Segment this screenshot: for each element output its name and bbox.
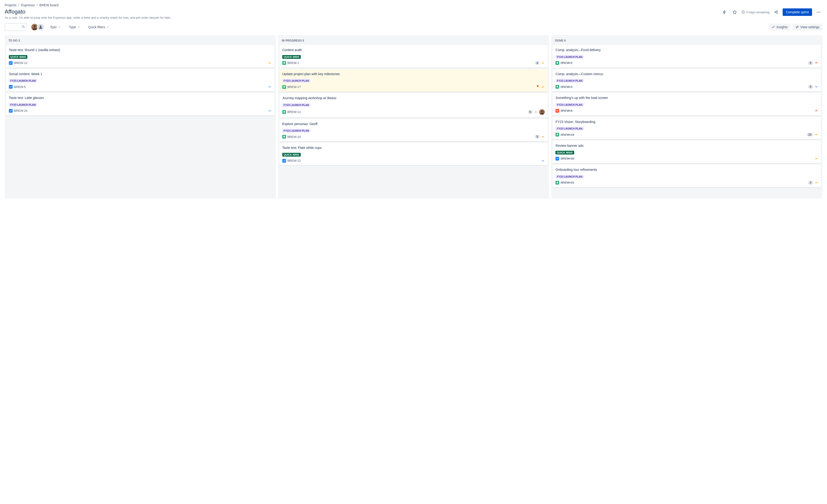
card[interactable]: Taste test: Flate white cupsQUICK WINSBR… [280,143,548,165]
card-title: Review banner ads [555,144,818,148]
epic-label[interactable]: FY23 LAUNCH PLAN [555,175,584,178]
card-title: Something's up with the load screen [555,96,818,100]
epic-label[interactable]: FY23 LAUNCH PLAN [555,79,584,82]
card[interactable]: Comp. analysis—Food deliveryFY23 LAUNCH … [553,45,821,68]
epic-label[interactable]: FY23 LAUNCH PLAN [282,103,310,107]
card[interactable]: Review banner adsQUICK WINSBREW-20 [553,141,821,163]
assignee-filter[interactable] [31,23,44,31]
issue-key[interactable]: BREW-5 [14,85,26,89]
card-title: Journey mapping workshop w/ Beanz [282,96,545,101]
epic-label[interactable]: QUICK WINS [9,55,27,59]
issue-key[interactable]: BREW-1 [287,61,299,65]
priority-medium-icon [541,61,545,65]
bug-type-icon [555,109,559,113]
card[interactable]: Social content: Week 1FY23 LAUNCH PLANBR… [6,69,274,92]
card[interactable]: Explore personas: GeoffFY23 LAUNCH PLANB… [280,119,548,142]
share-icon[interactable] [772,8,780,16]
svg-point-7 [22,25,24,27]
automation-icon[interactable] [721,8,728,16]
svg-point-6 [820,12,820,12]
breadcrumb-board[interactable]: BREW board [40,3,59,7]
epic-label[interactable]: FY23 LAUNCH PLAN [555,55,584,59]
story-type-icon [282,135,286,138]
issue-key[interactable]: BREW-22 [287,159,301,162]
priority-highest-icon [814,61,818,65]
card[interactable]: Content auditQUICK WINSBREW-14 [280,45,548,68]
add-people-button[interactable] [37,23,44,31]
epic-label[interactable]: FY23 LAUNCH PLAN [282,79,310,82]
sprint-title: Affogato [5,8,26,15]
epic-label[interactable]: FY23 LAUNCH PLAN [555,103,584,107]
estimate-badge: 4 [535,61,540,65]
svg-point-3 [777,13,778,13]
issue-key[interactable]: BREW-17 [287,85,301,89]
view-settings-button[interactable]: View settings [792,23,822,31]
issue-key[interactable]: BREW-11 [287,110,301,114]
assignee-avatar[interactable] [539,109,545,115]
card[interactable]: Comp. analysis—Custom menusFY23 LAUNCH P… [553,69,821,92]
issue-key[interactable]: BREW-21 [561,181,574,184]
epic-label[interactable]: FY23 LAUNCH PLAN [9,103,37,107]
priority-low-icon [814,85,818,89]
estimate-badge: 10 [807,133,813,136]
svg-point-11 [796,27,797,28]
star-icon[interactable] [731,8,738,16]
story-type-icon [282,110,286,114]
issue-key[interactable]: BREW-14 [561,133,574,136]
priority-medium-icon [814,157,818,161]
breadcrumb: Projects / Espresso / BREW board [5,3,822,7]
epic-label[interactable]: FY23 LAUNCH PLAN [282,129,310,132]
issue-key[interactable]: BREW-2 [561,61,572,65]
priority-medium-icon [814,181,818,184]
svg-point-9 [40,25,42,27]
more-icon[interactable] [815,8,822,16]
story-type-icon [555,181,559,184]
priority-low-icon [268,109,272,113]
priority-medium-icon [541,85,545,89]
svg-point-8 [34,25,36,27]
story-type-icon [282,85,286,89]
insights-icon [771,25,775,29]
card[interactable]: Taste test: Latte glassesFY23 LAUNCH PLA… [6,93,274,115]
card[interactable]: Something's up with the load screenFY23 … [553,93,821,115]
insights-button[interactable]: Insights [769,23,790,31]
story-type-icon [555,85,559,89]
epic-label[interactable]: QUICK WINS [282,153,301,157]
issue-key[interactable]: BREW-23 [14,109,28,112]
priority-low-icon [541,159,545,163]
card[interactable]: Update project plan with key milestonesF… [280,69,548,92]
board-column: DONE 6Comp. analysis—Food deliveryFY23 L… [551,35,822,199]
complete-sprint-button[interactable]: Complete sprint [783,8,812,16]
story-type-icon [555,61,559,65]
card-title: Comp. analysis—Food delivery [555,48,818,53]
type-filter[interactable]: Type [66,24,82,30]
priority-low-icon [268,85,272,89]
epic-label[interactable]: FY23 LAUNCH PLAN [555,127,584,130]
insights-label: Insights [777,25,788,29]
breadcrumb-projects[interactable]: Projects [5,3,16,7]
card[interactable]: Onboarding tour refinementsFY23 LAUNCH P… [553,165,821,187]
svg-point-1 [775,12,775,12]
story-type-icon [555,133,559,136]
epic-label[interactable]: QUICK WINS [555,151,574,155]
card[interactable]: Taste test: Round 1 (vanilla extract)QUI… [6,45,274,68]
search-input-wrapper [5,23,27,31]
issue-key[interactable]: BREW-3 [561,85,572,89]
card-title: Comp. analysis—Custom menus [555,72,818,76]
days-remaining: 0 days remaining [741,10,770,14]
card-title: Social content: Week 1 [9,72,272,76]
epic-filter[interactable]: Epic [48,24,63,30]
issue-key[interactable]: BREW-4 [561,109,572,112]
epic-label[interactable]: QUICK WINS [282,55,301,59]
issue-key[interactable]: BREW-20 [561,157,574,160]
card[interactable]: FY23 Vision: StoryboardingFY23 LAUNCH PL… [553,117,821,139]
breadcrumb-project[interactable]: Espresso [21,3,35,7]
sliders-icon [795,25,799,29]
quick-filters[interactable]: Quick filters [86,24,111,30]
svg-point-5 [818,12,819,12]
epic-label[interactable]: FY23 LAUNCH PLAN [9,79,37,82]
issue-key[interactable]: BREW-12 [14,61,28,65]
card-title: Content audit [282,48,545,53]
issue-key[interactable]: BREW-10 [287,135,301,138]
card[interactable]: Journey mapping workshop w/ BeanzFY23 LA… [280,93,548,118]
